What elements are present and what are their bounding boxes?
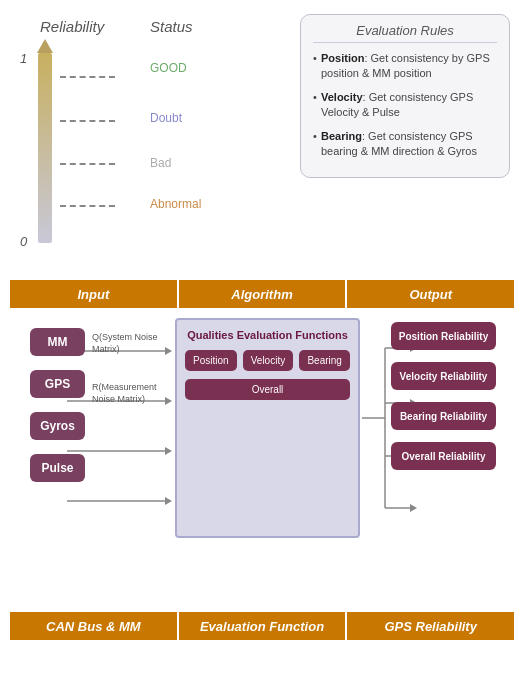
status-bad: Bad	[150, 156, 171, 170]
rule-position-keyword: Position	[321, 52, 364, 64]
footer-gpsrel: GPS Reliability	[347, 612, 514, 640]
input-gps: GPS	[30, 370, 85, 398]
central-box-title: Qualities Evaluation Functions	[177, 320, 358, 350]
output-overall: Overall Reliability	[391, 442, 496, 470]
level-good	[60, 76, 150, 78]
input-gyros: Gyros	[30, 412, 85, 440]
matrix-r-label: R(Measurement Noise Matrix)	[92, 382, 162, 405]
eval-rules-title: Evaluation Rules	[313, 23, 497, 43]
func-btn-position: Position	[185, 350, 237, 371]
eval-rules-box: Evaluation Rules Position: Get consisten…	[300, 14, 510, 178]
svg-marker-5	[165, 447, 172, 455]
func-btn-velocity: Velocity	[243, 350, 294, 371]
rule-velocity-keyword: Velocity	[321, 91, 363, 103]
status-good: GOOD	[150, 61, 187, 75]
footer-canbus: CAN Bus & MM	[10, 612, 179, 640]
axis-arrow-icon	[37, 39, 53, 53]
level-doubt	[60, 120, 150, 122]
axis-label-1: 1	[20, 51, 27, 66]
svg-marker-7	[165, 497, 172, 505]
level-bad	[60, 163, 150, 165]
rule-bearing: Bearing: Get consistency GPS bearing & M…	[313, 129, 497, 160]
output-velocity: Velocity Reliability	[391, 362, 496, 390]
output-position: Position Reliability	[391, 322, 496, 350]
header-bar: Input Algorithm Output	[10, 280, 514, 308]
svg-marker-1	[165, 347, 172, 355]
svg-marker-17	[410, 504, 417, 512]
func-btn-overall: Overall	[185, 379, 350, 400]
level-abnormal	[60, 205, 150, 207]
input-column: MM GPS Gyros Pulse	[30, 328, 85, 482]
svg-marker-3	[165, 397, 172, 405]
axis-label-0: 0	[20, 234, 27, 249]
rule-position: Position: Get consistency by GPS positio…	[313, 51, 497, 82]
output-column: Position Reliability Velocity Reliabilit…	[391, 322, 496, 470]
input-mm: MM	[30, 328, 85, 356]
func-btn-bearing: Bearing	[299, 350, 350, 371]
axis-line	[38, 53, 52, 243]
rule-bearing-keyword: Bearing	[321, 130, 362, 142]
rule-velocity: Velocity: Get consistency GPS Velocity &…	[313, 90, 497, 121]
footer-evalfunc: Evaluation Function	[179, 612, 348, 640]
output-bearing: Bearing Reliability	[391, 402, 496, 430]
central-box: Qualities Evaluation Functions Position …	[175, 318, 360, 538]
status-title: Status	[150, 18, 193, 35]
header-output: Output	[347, 280, 514, 308]
status-doubt: Doubt	[150, 111, 182, 125]
function-buttons-row: Position Velocity Bearing	[185, 350, 350, 371]
footer-bar: CAN Bus & MM Evaluation Function GPS Rel…	[10, 612, 514, 640]
status-abnormal: Abnormal	[150, 197, 201, 211]
header-input: Input	[10, 280, 179, 308]
header-algorithm: Algorithm	[179, 280, 348, 308]
input-pulse: Pulse	[30, 454, 85, 482]
matrix-q-label: Q(System Noise Matrix)	[92, 332, 162, 355]
reliability-levels	[60, 53, 150, 243]
